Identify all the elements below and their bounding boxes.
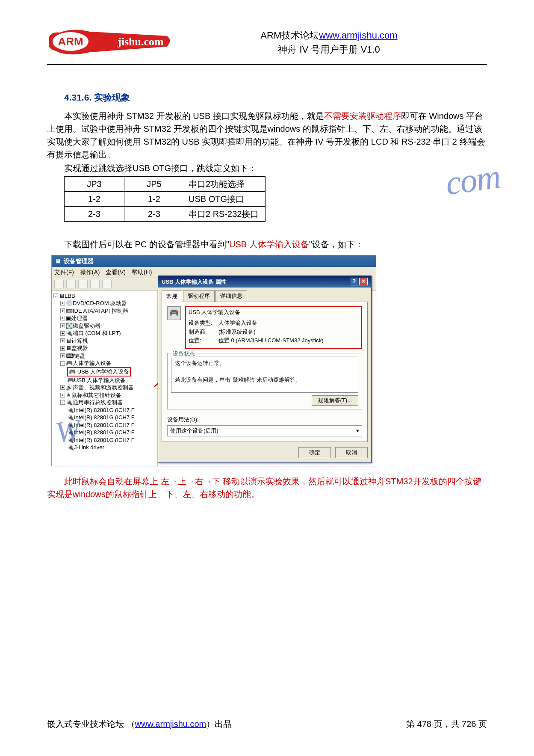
expand-icon[interactable]: +	[60, 353, 65, 358]
r2c2: 2-3	[124, 206, 184, 221]
th-func: 串口2功能选择	[184, 176, 266, 191]
tree-computer[interactable]: 计算机	[71, 337, 88, 345]
usage-label: 设备用法(D):	[167, 415, 362, 424]
tree-ports[interactable]: 端口 (COM 和 LPT)	[73, 329, 121, 337]
status-line1: 这个设备运转正常。	[175, 359, 354, 368]
tree-ide[interactable]: IDE ATA/ATAPI 控制器	[73, 307, 128, 315]
forum-url[interactable]: www.armjishu.com	[319, 30, 397, 41]
r2c3: 串口2 RS-232接口	[184, 206, 266, 221]
expand-icon[interactable]: +	[60, 331, 65, 336]
tree-keyboard[interactable]: 键盘	[74, 352, 85, 360]
toolbar-back-icon[interactable]	[54, 280, 64, 288]
paragraph-2: 实现通过跳线选择USB OTG接口，跳线定义如下：	[47, 162, 487, 175]
usage-dropdown[interactable]: 使用这个设备(启用) ▾	[167, 425, 362, 436]
type-label: 设备类型:	[189, 319, 218, 327]
expand-icon[interactable]: -	[53, 294, 58, 298]
paragraph-3: 下载固件后可以在 PC 的设备管理器中看到"USB 人体学输入设备"设备，如下：	[47, 238, 487, 251]
page-number: 第 478 页，共 726 页	[406, 717, 487, 730]
help-button[interactable]: ?	[350, 278, 358, 285]
dialog-title-text: USB 人体学输入设备 属性	[162, 278, 227, 286]
device-name: USB 人体学输入设备	[189, 308, 359, 317]
tree-hid2[interactable]: USB 人体学输入设备	[74, 377, 126, 384]
footer-left1: 嵌入式专业技术论坛 （	[47, 719, 135, 729]
toolbar-props-icon[interactable]	[78, 280, 88, 288]
mfr-value: (标准系统设备)	[218, 328, 256, 336]
properties-dialog: USB 人体学输入设备 属性 ? × 常规 驱动程序 详细信息 🎮	[158, 276, 372, 463]
tree-usb[interactable]: 通用串行总线控制器	[73, 399, 123, 406]
tree-hid[interactable]: 人体学输入设备	[73, 359, 112, 367]
tab-details[interactable]: 详细信息	[215, 290, 247, 302]
header-text: ARM技术论坛www.armjishu.com 神舟 IV 号用户手册 V1.0	[171, 26, 487, 56]
devmgr-titlebar[interactable]: 🖥 设备管理器	[52, 255, 376, 267]
tree-hid-selected[interactable]: 🎮 USB 人体学输入设备	[67, 367, 131, 377]
header-divider	[47, 64, 487, 65]
expand-icon[interactable]: -	[60, 361, 65, 366]
toolbar-help-icon[interactable]	[102, 280, 112, 288]
expand-icon[interactable]: +	[60, 346, 65, 351]
expand-icon[interactable]: +	[60, 338, 65, 343]
tree-root[interactable]: LBB	[65, 292, 75, 300]
jumper-table: JP3 JP5 串口2功能选择 1-2 1-2 USB OTG接口 2-3 2-…	[64, 176, 266, 222]
status-line2: 若此设备有问题，单击"疑难解答"来启动疑难解答。	[175, 376, 354, 384]
expand-icon[interactable]: +	[60, 316, 65, 320]
red-conclusion: 此时鼠标会自动在屏幕上 左→上→右→下 移动以演示实验效果，然后就可以通过神舟S…	[47, 475, 487, 501]
device-tree[interactable]: -🖥 LBB +💿 DVD/CD-ROM 驱动器 +📼 IDE ATA/ATAP…	[52, 291, 158, 466]
footer-link[interactable]: www.armjishu.com	[135, 719, 207, 729]
toolbar-refresh-icon[interactable]	[90, 280, 100, 288]
tree-monitor[interactable]: 监视器	[71, 344, 88, 352]
device-manager-window: 🖥 设备管理器 文件(F) 操作(A) 查看(V) 帮助(H) -🖥 LBB +…	[51, 255, 376, 466]
loc-value: 位置 0 (ARMJISHU.COM-STM32 Joystick)	[218, 336, 324, 345]
menu-view[interactable]: 查看(V)	[106, 269, 126, 276]
tab-general[interactable]: 常规	[162, 291, 182, 302]
p3-red: USB 人体学输入设备	[229, 240, 309, 249]
chevron-down-icon: ▾	[356, 427, 359, 435]
dialog-titlebar[interactable]: USB 人体学输入设备 属性 ? ×	[158, 276, 371, 288]
expand-icon[interactable]: +	[60, 385, 65, 390]
expand-icon[interactable]: +	[60, 323, 65, 328]
p3-t1: 下载固件后可以在 PC 的设备管理器中看到"	[64, 240, 229, 249]
forum-label: ARM技术论坛	[260, 30, 319, 41]
tree-intel4[interactable]: Intel(R) 82801G (ICH7 F	[74, 429, 135, 436]
logo-domain-text: jishu.com	[117, 36, 164, 48]
manual-title: 神舟 IV 号用户手册 V1.0	[171, 42, 487, 56]
menu-help[interactable]: 帮助(H)	[132, 269, 152, 276]
tree-cpu[interactable]: 处理器	[71, 314, 88, 322]
tree-intel5[interactable]: Intel(R) 82801G (ICH7 F	[74, 436, 135, 444]
ok-button[interactable]: 确定	[298, 447, 331, 458]
expand-icon[interactable]: +	[60, 301, 65, 305]
toolbar-fwd-icon[interactable]	[66, 280, 76, 288]
r2c1: 2-3	[65, 206, 124, 221]
p1-t1: 本实验使用神舟 STM32 开发板的 USB 接口实现免驱鼠标功能，就是	[64, 111, 324, 121]
th-jp3: JP3	[65, 176, 124, 191]
tree-jlink[interactable]: J-Link driver	[74, 444, 104, 451]
tree-dvd[interactable]: DVD/CD-ROM 驱动器	[73, 299, 127, 307]
expand-icon[interactable]: +	[60, 308, 65, 313]
type-value: 人体学输入设备	[218, 319, 257, 327]
tree-intel1[interactable]: Intel(R) 82801G (ICH7 F	[74, 406, 135, 414]
footer-left2: ）出品	[206, 719, 232, 729]
menu-action[interactable]: 操作(A)	[80, 269, 100, 276]
page-footer: 嵌入式专业技术论坛 （www.armjishu.com）出品 第 478 页，共…	[47, 717, 487, 730]
p1-red: 不需要安装驱动程序	[324, 111, 401, 121]
troubleshoot-button[interactable]: 疑难解答(T)...	[312, 395, 358, 406]
menu-file[interactable]: 文件(F)	[54, 269, 74, 276]
expand-icon[interactable]: -	[60, 400, 65, 405]
tab-driver[interactable]: 驱动程序	[183, 290, 215, 302]
close-button[interactable]: ×	[359, 278, 368, 285]
p3-t2: "设备，如下：	[309, 240, 363, 249]
devmgr-title-text: 设备管理器	[64, 257, 94, 266]
devmgr-icon: 🖥	[55, 257, 61, 266]
status-legend: 设备状态	[171, 350, 197, 358]
tree-intel2[interactable]: Intel(R) 82801G (ICH7 F	[74, 414, 135, 421]
device-info-box: USB 人体学输入设备 设备类型:人体学输入设备 制造商:(标准系统设备) 位置…	[185, 306, 362, 349]
paragraph-1: 本实验使用神舟 STM32 开发板的 USB 接口实现免驱鼠标功能，就是不需要安…	[47, 110, 487, 161]
logo-arm-text: ARM	[58, 35, 83, 48]
device-icon: 🎮	[167, 306, 181, 320]
th-jp5: JP5	[124, 176, 184, 191]
tree-disk[interactable]: 磁盘驱动器	[73, 322, 100, 330]
cancel-button[interactable]: 取消	[335, 447, 368, 458]
tree-intel3[interactable]: Intel(R) 82801G (ICH7 F	[74, 421, 135, 429]
tree-sound[interactable]: 声音、视频和游戏控制器	[73, 384, 134, 391]
expand-icon[interactable]: +	[60, 393, 65, 397]
tree-mouse[interactable]: 鼠标和其它指针设备	[71, 391, 121, 399]
